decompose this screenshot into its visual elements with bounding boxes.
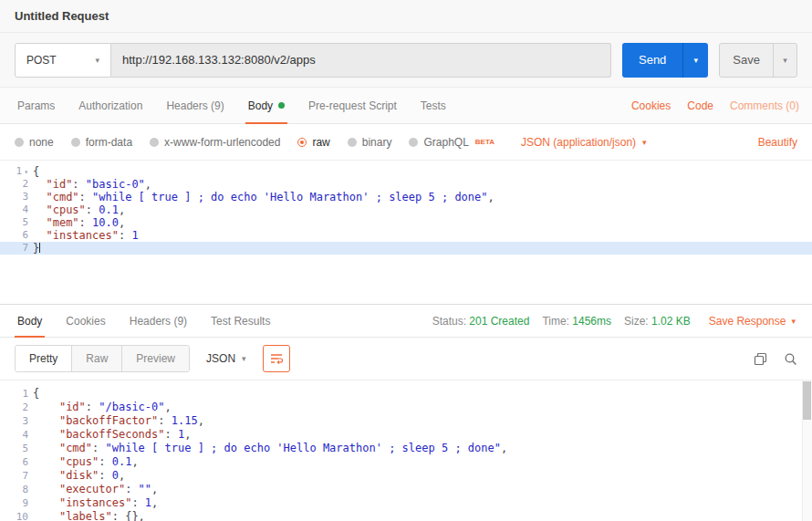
code-line-9[interactable]: 9 "instances": 1,: [0, 496, 812, 510]
radio-icon: [348, 138, 357, 147]
save-label: Save: [720, 44, 773, 77]
response-tab-test-results[interactable]: Test Results: [199, 305, 282, 337]
chevron-down-icon: ▾: [95, 56, 99, 65]
line-number: 2: [0, 178, 33, 191]
response-tab-headers[interactable]: Headers (9): [118, 305, 199, 337]
code-line-2[interactable]: 2 "id": "basic-0",: [0, 178, 812, 191]
line-number: 4: [0, 203, 33, 216]
code-line-6[interactable]: 6 "cpus": 0.1,: [0, 455, 812, 469]
url-input[interactable]: [111, 43, 611, 78]
line-number: 6: [0, 229, 33, 242]
radio-icon: [15, 138, 24, 147]
code-line-4[interactable]: 4 "cpus": 0.1,: [0, 203, 812, 216]
radio-raw[interactable]: raw: [297, 136, 329, 149]
view-raw[interactable]: Raw: [72, 346, 122, 371]
comments-link[interactable]: Comments (0): [730, 99, 799, 112]
tab-authorization[interactable]: Authorization: [67, 88, 154, 123]
line-number: 5: [0, 442, 33, 455]
response-tab-cookies[interactable]: Cookies: [54, 305, 117, 337]
code-text: "executor": "",: [33, 483, 812, 496]
scrollbar-thumb[interactable]: [803, 381, 811, 420]
code-line-7[interactable]: 7}: [0, 242, 812, 255]
size-value: 1.02 KB: [651, 315, 691, 328]
code-line-6[interactable]: 6 "instances": 1: [0, 229, 812, 242]
code-line-1[interactable]: 1{: [0, 387, 812, 401]
response-toolbar: Pretty Raw Preview JSON ▾: [0, 338, 812, 380]
chevron-down-icon: ▾: [694, 56, 699, 65]
code-text: "cmd": "while [ true ] ; do echo 'Hello …: [33, 442, 812, 455]
code-text: "labels": {},: [33, 510, 812, 521]
radio-x-www-form-urlencoded[interactable]: x-www-form-urlencoded: [150, 136, 280, 149]
method-value: POST: [26, 54, 57, 67]
line-number: 5: [0, 216, 33, 229]
line-number: 7: [0, 469, 33, 483]
search-button[interactable]: [784, 352, 797, 366]
status-value: 201 Created: [469, 315, 529, 328]
view-pretty[interactable]: Pretty: [16, 346, 72, 371]
radio-binary[interactable]: binary: [348, 136, 392, 149]
code-line-5[interactable]: 5 "mem": 10.0,: [0, 216, 812, 229]
tab-headers[interactable]: Headers (9): [154, 88, 235, 123]
code-line-3[interactable]: 3 "backoffFactor": 1.15,: [0, 414, 812, 428]
code-text: "cpus": 0.1,: [33, 203, 812, 216]
response-tab-body[interactable]: Body: [5, 305, 54, 337]
line-number: 3: [0, 191, 33, 203]
response-type-select[interactable]: JSON ▾: [201, 345, 252, 372]
code-text: {: [33, 387, 812, 401]
line-number: 6: [0, 455, 33, 469]
save-options-button[interactable]: ▾: [773, 44, 796, 77]
view-preview[interactable]: Preview: [122, 346, 189, 371]
send-options-button[interactable]: ▾: [682, 43, 708, 78]
code-text: "cmd": "while [ true ] ; do echo 'Hello …: [33, 191, 812, 203]
radio-graphql[interactable]: GraphQL BETA: [409, 136, 494, 149]
fold-caret-icon[interactable]: ▾: [24, 168, 28, 176]
radio-form-data[interactable]: form-data: [71, 136, 132, 149]
tab-tests[interactable]: Tests: [409, 88, 458, 123]
code-line-5[interactable]: 5 "cmd": "while [ true ] ; do echo 'Hell…: [0, 442, 812, 455]
wrap-text-button[interactable]: [263, 345, 290, 372]
code-link[interactable]: Code: [687, 99, 713, 112]
code-line-7[interactable]: 7 "disk": 0,: [0, 469, 812, 483]
tab-pre-request-script[interactable]: Pre-request Script: [297, 88, 409, 123]
radio-none[interactable]: none: [15, 136, 54, 149]
copy-button[interactable]: [754, 352, 767, 366]
save-response-button[interactable]: Save Response ▾: [709, 315, 796, 328]
cookies-link[interactable]: Cookies: [631, 99, 671, 112]
code-text: }: [33, 242, 812, 255]
code-line-8[interactable]: 8 "executor": "",: [0, 483, 812, 496]
code-text: "cpus": 0.1,: [33, 455, 812, 469]
code-text: "backoffSeconds": 1,: [33, 428, 812, 442]
code-line-1[interactable]: 1▾{: [0, 165, 812, 178]
code-line-4[interactable]: 4 "backoffSeconds": 1,: [0, 428, 812, 442]
response-section: Body Cookies Headers (9) Test Results St…: [0, 304, 812, 521]
content-type-select[interactable]: JSON (application/json) ▾: [521, 136, 647, 149]
line-number: 1▾: [0, 165, 33, 178]
size-field: Size: 1.02 KB: [624, 315, 691, 328]
line-number: 2: [0, 401, 33, 414]
code-line-10[interactable]: 10 "labels": {},: [0, 510, 812, 521]
chevron-down-icon: ▾: [791, 317, 796, 326]
request-body-editor[interactable]: 1▾{2 "id": "basic-0",3 "cmd": "while [ t…: [0, 161, 812, 304]
response-body-editor[interactable]: 1{2 "id": "/basic-0",3 "backoffFactor": …: [0, 380, 812, 521]
time-field: Time: 1456ms: [542, 315, 611, 328]
save-button[interactable]: Save ▾: [719, 43, 797, 78]
request-tab-links: Cookies Code Comments (0): [631, 88, 807, 123]
beautify-link[interactable]: Beautify: [758, 136, 797, 149]
time-value: 1456ms: [572, 315, 611, 328]
body-content-dot: [278, 102, 285, 109]
code-line-2[interactable]: 2 "id": "/basic-0",: [0, 401, 812, 414]
radio-icon: [150, 138, 159, 147]
method-select[interactable]: POST ▾: [15, 43, 111, 78]
status-field: Status: 201 Created: [432, 315, 530, 328]
response-scrollbar[interactable]: [802, 380, 812, 521]
tab-body[interactable]: Body: [236, 88, 297, 123]
line-number: 1: [0, 387, 33, 401]
tab-params[interactable]: Params: [5, 88, 67, 123]
radio-icon: [297, 138, 307, 147]
request-header: Untitled Request: [0, 0, 812, 33]
code-text: "instances": 1: [33, 229, 812, 242]
code-text: "backoffFactor": 1.15,: [33, 414, 812, 428]
line-number: 8: [0, 483, 33, 496]
code-line-3[interactable]: 3 "cmd": "while [ true ] ; do echo 'Hell…: [0, 191, 812, 203]
send-button[interactable]: Send ▾: [622, 43, 708, 78]
